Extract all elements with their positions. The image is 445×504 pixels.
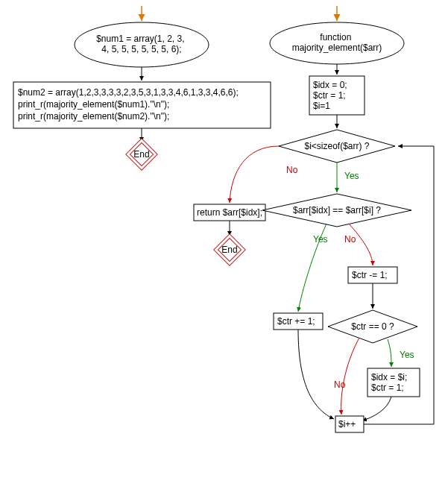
func-ctr-inc-text: $ctr += 1; [277,316,315,327]
func-eq-cond-text: $arr[$idx] == $arr[$i] ? [293,205,381,215]
edge-eq-no [349,224,373,265]
edge-loop-no [230,146,279,203]
func-end-node: End [214,234,245,265]
edge-zero-yes [388,339,391,367]
label-no-2: No [344,234,356,245]
label-yes-2: Yes [313,234,328,245]
label-yes-1: Yes [344,171,359,181]
label-no-3: No [334,379,346,390]
func-loop-cond-text: $i<sizeof($arr) ? [304,141,369,151]
svg-text:End: End [133,149,149,160]
func-return-text: return $arr[$idx]; [197,207,262,218]
edge-reset-to-ipp [362,397,391,420]
label-no-1: No [286,165,298,175]
func-ctr-dec-text: $ctr -= 1; [352,270,388,280]
edge-zero-no [341,338,359,415]
svg-text:End: End [221,245,237,255]
main-start-text: $num1 = array(1, 2, 3, 4, 5, 5, 5, 5, 5,… [96,34,187,54]
flowchart-canvas: $num1 = array(1, 2, 3, 4, 5, 5, 5, 5, 5,… [0,0,445,504]
main-end-node: End [126,139,157,170]
func-zero-cond-text: $ctr == 0 ? [351,321,394,332]
edge-inc-to-ipp-1 [298,330,334,419]
label-yes-3: Yes [400,350,414,360]
func-ipp-text: $i++ [338,419,356,429]
